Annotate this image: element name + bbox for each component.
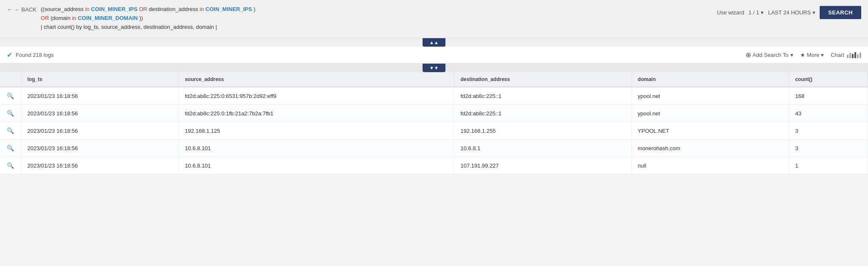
col-count: 3	[789, 140, 868, 157]
more-label: More	[807, 52, 820, 58]
back-label: ← BACK	[14, 6, 36, 13]
results-count: Found 218 logs	[16, 52, 54, 58]
col-domain: ypool.net	[632, 87, 789, 105]
table-row: 🔍2023/01/23 16:18:56fd2d:ab8c:225:0:6531…	[0, 87, 868, 105]
collapse-handle-up: ▲▲	[0, 38, 868, 47]
query-line1: ((source_address in COIN_MINER_IPS OR de…	[41, 5, 717, 14]
results-check-icon: ✔	[7, 51, 12, 59]
col-destination_address: fd2d:ab8c:225::1	[454, 87, 632, 105]
col-destination_address: 192.168.1.255	[454, 122, 632, 140]
search-button[interactable]: SEARCH	[820, 6, 861, 19]
col-log_ts: 2023/01/23 16:18:56	[21, 122, 179, 140]
col-source_address: 10.6.8.101	[179, 140, 454, 157]
collapse-down-button[interactable]: ▼▼	[423, 64, 445, 72]
col-log_ts: 2023/01/23 16:18:56	[21, 140, 179, 157]
table-row: 🔍2023/01/23 16:18:56192.168.1.125192.168…	[0, 122, 868, 140]
col-count: 1	[789, 157, 868, 174]
col-domain: YPOOL.NET	[632, 122, 789, 140]
results-info: ✔ Found 218 logs	[7, 51, 54, 59]
col-log_ts: 2023/01/23 16:18:56	[21, 87, 179, 105]
row-search-icon[interactable]: 🔍	[0, 122, 21, 140]
query-line2: OR (domain in COIN_MINER_DOMAIN ))	[41, 14, 717, 23]
col-header-icon	[0, 72, 21, 87]
q-source: source_address	[45, 6, 84, 12]
chart-bars-icon	[847, 52, 861, 58]
pagination-text: 1 / 1	[748, 9, 759, 16]
col-destination_address: 107.191.99.227	[454, 157, 632, 174]
results-table: log_ts source_address destination_addres…	[0, 72, 868, 174]
table-header: log_ts source_address destination_addres…	[0, 72, 868, 87]
col-header-destination_address: destination_address	[454, 72, 632, 87]
col-header-count: count()	[789, 72, 868, 87]
table-row: 🔍2023/01/23 16:18:5610.6.8.101107.191.99…	[0, 157, 868, 174]
chart-label: Chart	[831, 52, 844, 58]
col-source_address: fd2d:ab8c:225:0:1fb:21a2:7b2a:7fb1	[179, 105, 454, 122]
col-source_address: 10.6.8.101	[179, 157, 454, 174]
col-source_address: 192.168.1.125	[179, 122, 454, 140]
results-bar: ✔ Found 218 logs ⊕ Add Search To ▾ ★ Mor…	[0, 47, 868, 64]
results-bar-right: ⊕ Add Search To ▾ ★ More ▾ Chart	[746, 51, 861, 59]
row-search-icon[interactable]: 🔍	[0, 87, 21, 105]
col-destination_address: fd2d:ab8c:225::1	[454, 105, 632, 122]
table-header-row: log_ts source_address destination_addres…	[0, 72, 868, 87]
pagination-chevron-icon[interactable]: ▾	[761, 9, 764, 16]
col-header-domain: domain	[632, 72, 789, 87]
col-domain: ypool.net	[632, 105, 789, 122]
back-arrow-icon: ←	[7, 6, 13, 13]
table-row: 🔍2023/01/23 16:18:5610.6.8.10110.6.8.1mo…	[0, 140, 868, 157]
col-count: 43	[789, 105, 868, 122]
col-count: 168	[789, 87, 868, 105]
star-icon: ★	[800, 52, 805, 58]
col-header-log_ts: log_ts	[21, 72, 179, 87]
collapse-up-button[interactable]: ▲▲	[423, 38, 445, 47]
col-domain: null	[632, 157, 789, 174]
time-range-chevron-icon: ▾	[812, 9, 815, 16]
query-line3: | chart count() by log_ts, source_addres…	[41, 23, 717, 32]
add-search-chevron-icon: ▾	[790, 52, 793, 58]
pagination: 1 / 1 ▾	[748, 9, 764, 16]
query-bar: ← ← BACK ((source_address in COIN_MINER_…	[0, 0, 868, 38]
col-destination_address: 10.6.8.1	[454, 140, 632, 157]
col-log_ts: 2023/01/23 16:18:56	[21, 157, 179, 174]
more-button[interactable]: ★ More ▾	[800, 52, 824, 58]
row-search-icon[interactable]: 🔍	[0, 157, 21, 174]
table-row: 🔍2023/01/23 16:18:56fd2d:ab8c:225:0:1fb:…	[0, 105, 868, 122]
use-wizard-button[interactable]: Use wizard	[717, 9, 744, 16]
chart-button[interactable]: Chart	[831, 52, 861, 58]
time-range-selector[interactable]: LAST 24 HOURS ▾	[768, 9, 815, 16]
row-search-icon[interactable]: 🔍	[0, 140, 21, 157]
back-button[interactable]: ← ← BACK	[7, 5, 36, 13]
col-header-source_address: source_address	[179, 72, 454, 87]
table-body: 🔍2023/01/23 16:18:56fd2d:ab8c:225:0:6531…	[0, 87, 868, 174]
query-bar-left: ← ← BACK ((source_address in COIN_MINER_…	[7, 5, 717, 31]
col-log_ts: 2023/01/23 16:18:56	[21, 105, 179, 122]
query-text: ((source_address in COIN_MINER_IPS OR de…	[41, 5, 717, 31]
col-domain: monerohash.com	[632, 140, 789, 157]
row-search-icon[interactable]: 🔍	[0, 105, 21, 122]
more-chevron-icon: ▾	[821, 52, 824, 58]
add-search-to-button[interactable]: ⊕ Add Search To ▾	[746, 51, 793, 59]
plus-icon: ⊕	[746, 51, 751, 59]
col-source_address: fd2d:ab8c:225:0:6531:957b:2d92:eff9	[179, 87, 454, 105]
collapse-handle-down: ▼▼	[0, 64, 868, 72]
add-search-label: Add Search To	[753, 52, 789, 58]
query-bar-right: Use wizard 1 / 1 ▾ LAST 24 HOURS ▾ SEARC…	[717, 5, 861, 19]
col-count: 3	[789, 122, 868, 140]
time-range-label: LAST 24 HOURS	[768, 9, 811, 16]
